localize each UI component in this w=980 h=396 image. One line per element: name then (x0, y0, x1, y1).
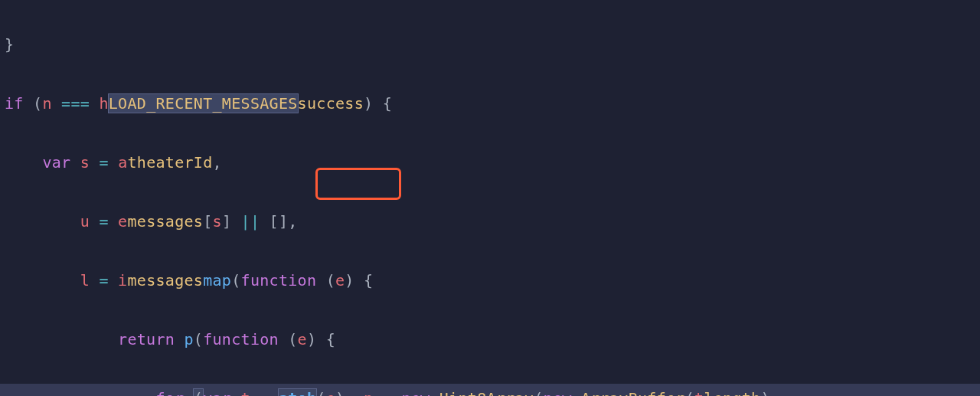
code-line: l = imessagesmap(function (e) { (0, 266, 980, 296)
code-line: } (0, 30, 980, 60)
code-line-highlighted: for (var t = atob(e), n = new Uint8Array… (0, 384, 980, 397)
atob-call: atob (278, 388, 317, 397)
code-line: return p(function (e) { (0, 325, 980, 355)
code-line: if (n === hLOAD_RECENT_MESSAGESsuccess) … (0, 89, 980, 119)
code-editor-view[interactable]: } if (n === hLOAD_RECENT_MESSAGESsuccess… (0, 0, 980, 396)
code-line: u = emessages[s] || [], (0, 207, 980, 237)
code-line: var s = atheaterId, (0, 148, 980, 178)
